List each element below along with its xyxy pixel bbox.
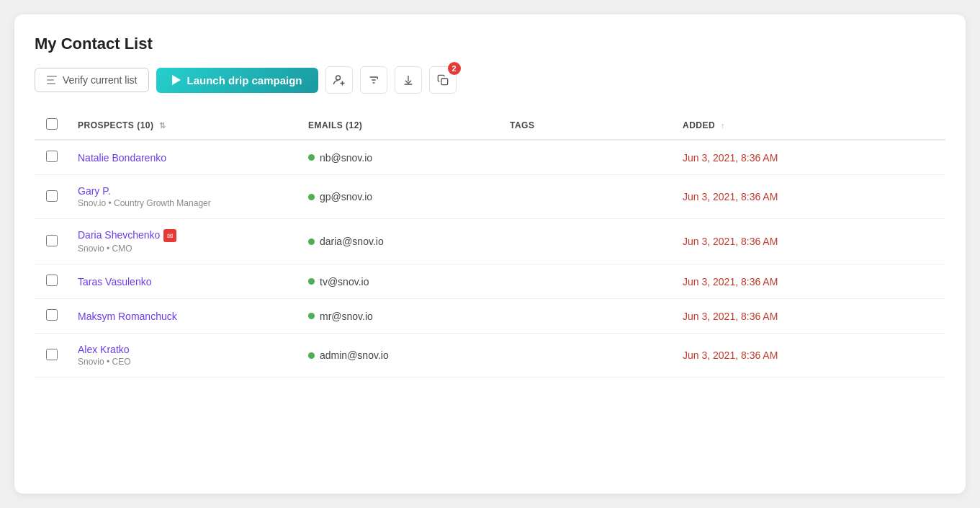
added-cell: Jun 3, 2021, 8:36 AM	[674, 140, 945, 175]
table-row: Daria Shevchenko✉Snovio • CMOdaria@snov.…	[35, 219, 945, 264]
prospect-cell: Taras Vasulenko	[69, 264, 300, 299]
svg-rect-2	[47, 83, 55, 84]
page-title: My Contact List	[35, 35, 945, 53]
table-row: Gary P.Snov.io • Country Growth Managerg…	[35, 175, 945, 219]
svg-rect-11	[441, 79, 448, 85]
prospect-cell: Daria Shevchenko✉Snovio • CMO	[69, 219, 300, 264]
row-checkbox-cell	[35, 299, 69, 334]
prospect-name[interactable]: Gary P.	[78, 185, 291, 197]
copy-badge: 2	[448, 62, 461, 75]
svg-point-3	[336, 76, 340, 80]
table-row: Maksym Romanchuckmr@snov.ioJun 3, 2021, …	[35, 299, 945, 334]
table-row: Natalie Bondarenkonb@snov.ioJun 3, 2021,…	[35, 140, 945, 175]
email-status-dot	[308, 154, 315, 161]
tags-cell	[501, 264, 674, 299]
contacts-table: PROSPECTS (10) ⇅ EMAILS (12) TAGS ADDED …	[35, 111, 945, 378]
prospect-cell: Alex KratkoSnovio • CEO	[69, 334, 300, 378]
main-card: My Contact List Verify current list Laun…	[14, 14, 966, 494]
email-status-dot	[308, 313, 315, 319]
email-address: gp@snov.io	[320, 191, 372, 202]
row-checkbox-cell	[35, 334, 69, 378]
prospect-subtitle: Snov.io • Country Growth Manager	[78, 198, 291, 208]
email-cell: tv@snov.io	[300, 264, 501, 299]
export-button[interactable]	[395, 66, 422, 94]
added-header: ADDED ↑	[674, 111, 945, 140]
email-status-dot	[308, 194, 315, 200]
email-cell: gp@snov.io	[300, 175, 501, 219]
email-cell: daria@snov.io	[300, 219, 501, 264]
email-status-dot	[308, 352, 315, 359]
email-address: nb@snov.io	[320, 152, 372, 164]
row-checkbox[interactable]	[46, 275, 58, 286]
prospect-name[interactable]: Daria Shevchenko✉	[78, 229, 291, 242]
play-icon	[172, 75, 181, 85]
email-status-dot	[308, 278, 315, 285]
prospect-cell: Natalie Bondarenko	[69, 140, 300, 175]
email-address: tv@snov.io	[320, 276, 369, 288]
prospect-name[interactable]: Taras Vasulenko	[78, 276, 291, 288]
svg-rect-1	[47, 79, 54, 81]
emails-header: EMAILS (12)	[300, 111, 501, 140]
added-cell: Jun 3, 2021, 8:36 AM	[674, 219, 945, 264]
copy-button[interactable]: 2	[429, 66, 457, 94]
added-cell: Jun 3, 2021, 8:36 AM	[674, 334, 945, 378]
row-checkbox[interactable]	[46, 151, 58, 162]
row-checkbox[interactable]	[46, 190, 58, 202]
toolbar: Verify current list Launch drip campaign	[35, 66, 945, 94]
email-status-dot	[308, 239, 315, 245]
launch-label: Launch drip campaign	[186, 74, 302, 86]
row-checkbox[interactable]	[46, 235, 58, 246]
email-cell: nb@snov.io	[300, 140, 501, 175]
row-checkbox[interactable]	[46, 349, 58, 360]
tags-cell	[501, 299, 674, 334]
tags-header: TAGS	[501, 111, 674, 140]
table-row: Taras Vasulenkotv@snov.ioJun 3, 2021, 8:…	[35, 264, 945, 299]
tags-cell	[501, 140, 674, 175]
email-cell: mr@snov.io	[300, 299, 501, 334]
verify-label: Verify current list	[63, 74, 137, 86]
add-prospect-button[interactable]	[325, 66, 353, 94]
filter-button[interactable]	[360, 66, 387, 94]
prospect-name[interactable]: Natalie Bondarenko	[78, 152, 291, 164]
tags-cell	[501, 175, 674, 219]
row-checkbox-cell	[35, 264, 69, 299]
email-address: admin@snov.io	[320, 349, 389, 361]
added-sort-icon[interactable]: ↑	[721, 121, 725, 130]
prospects-sort-icon[interactable]: ⇅	[159, 121, 166, 130]
prospect-subtitle: Snovio • CEO	[78, 357, 291, 367]
row-checkbox-cell	[35, 219, 69, 264]
prospects-header: PROSPECTS (10) ⇅	[69, 111, 300, 140]
email-address: mr@snov.io	[320, 311, 373, 322]
email-cell: admin@snov.io	[300, 334, 501, 378]
table-row: Alex KratkoSnovio • CEOadmin@snov.ioJun …	[35, 334, 945, 378]
verify-icon	[47, 75, 58, 85]
prospect-cell: Gary P.Snov.io • Country Growth Manager	[69, 175, 300, 219]
note-icon: ✉	[163, 229, 176, 242]
launch-drip-button[interactable]: Launch drip campaign	[156, 68, 318, 93]
svg-rect-0	[47, 76, 57, 77]
row-checkbox[interactable]	[46, 309, 58, 321]
email-address: daria@snov.io	[320, 236, 384, 247]
row-checkbox-cell	[35, 140, 69, 175]
added-cell: Jun 3, 2021, 8:36 AM	[674, 264, 945, 299]
prospect-subtitle: Snovio • CMO	[78, 244, 291, 254]
tags-cell	[501, 334, 674, 378]
verify-button[interactable]: Verify current list	[35, 68, 149, 92]
prospect-name[interactable]: Alex Kratko	[78, 344, 291, 355]
select-all-header[interactable]	[35, 111, 69, 140]
prospect-name[interactable]: Maksym Romanchuck	[78, 311, 291, 322]
added-cell: Jun 3, 2021, 8:36 AM	[674, 175, 945, 219]
prospect-cell: Maksym Romanchuck	[69, 299, 300, 334]
select-all-checkbox[interactable]	[46, 118, 58, 130]
row-checkbox-cell	[35, 175, 69, 219]
added-cell: Jun 3, 2021, 8:36 AM	[674, 299, 945, 334]
tags-cell	[501, 219, 674, 264]
